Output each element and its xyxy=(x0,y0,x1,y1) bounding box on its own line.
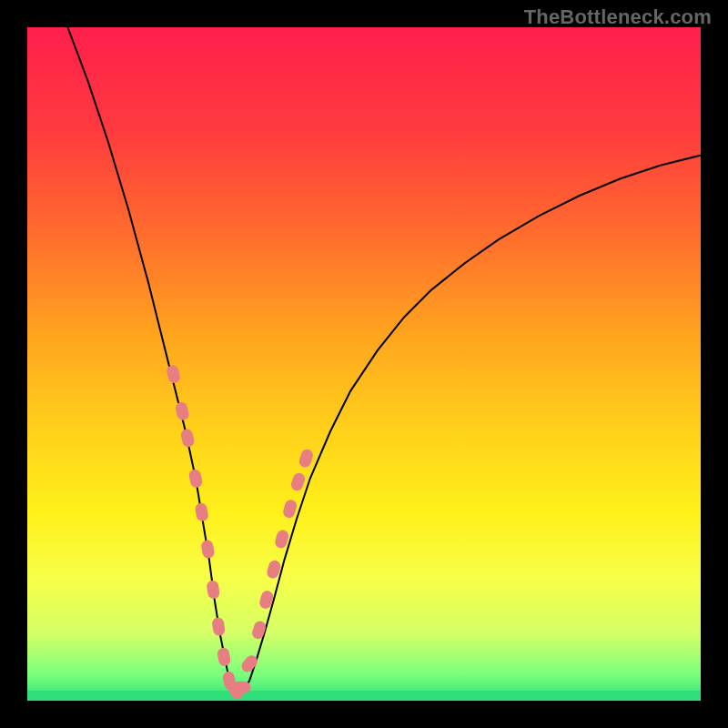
plot-area xyxy=(27,27,701,701)
svg-rect-11 xyxy=(232,682,250,693)
watermark-text: TheBottleneck.com xyxy=(524,5,712,29)
marker-point xyxy=(232,682,250,693)
chart-frame: TheBottleneck.com xyxy=(0,0,728,728)
green-zone-band xyxy=(27,691,701,701)
gradient-background xyxy=(27,27,701,701)
chart-svg xyxy=(27,27,701,701)
